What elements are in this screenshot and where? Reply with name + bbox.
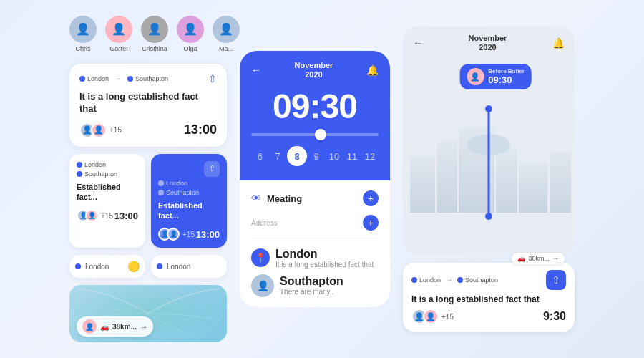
avatar-name: Chris <box>75 45 90 52</box>
card-title-blue: Established fact... <box>158 200 220 221</box>
mbc-title: It is a long established fact that <box>411 294 566 304</box>
avatar-cristhina: 👤 Cristhina <box>141 16 168 52</box>
building-5 <box>519 163 547 213</box>
loc-badge-d: Southapton <box>158 189 220 196</box>
loc-badge-a: London <box>77 161 138 168</box>
address-row: Address + <box>251 215 379 238</box>
avatar-circle: 👤 <box>141 16 168 43</box>
mbc-loc-from-label: London <box>419 276 441 284</box>
arrow-label: → <box>140 323 147 331</box>
loc-text-e: London <box>85 263 109 271</box>
trip-time: 13:00 <box>184 122 217 137</box>
num-6[interactable]: 6 <box>251 151 268 162</box>
card-footer-blue: 👤 👤 +15 13:00 <box>158 228 220 241</box>
year-label: 2020 <box>295 70 333 79</box>
loc-label-c: London <box>166 180 187 187</box>
card-footer-sm: 👤 👤 +15 13:00 <box>77 209 138 222</box>
two-col-cards: London Southapton Established fact... 👤 … <box>69 154 227 248</box>
card-footer: 👤 👤 +15 13:00 <box>79 122 217 138</box>
trip-pill: 👤 🚗 38km... → <box>77 316 153 337</box>
avatar-circle: 👤 <box>177 16 204 43</box>
dest-item-london: 📍 London It is a long established fact t… <box>251 247 379 268</box>
bubble-label: Before Butler <box>488 68 525 74</box>
car-arrow: → <box>552 255 559 262</box>
num-9[interactable]: 9 <box>308 151 325 162</box>
bell-icon[interactable]: 🔔 <box>366 64 379 76</box>
num-12[interactable]: 12 <box>361 151 379 162</box>
car-icon-map: 🚗 <box>517 255 525 262</box>
avatar-name: Cristhina <box>142 45 167 52</box>
num-10[interactable]: 10 <box>326 151 343 162</box>
mbc-icons: London → Southapton <box>411 276 498 284</box>
mbc-loc-dot <box>411 277 417 283</box>
mbc-time: 9:30 <box>543 310 566 323</box>
mbc-action-button[interactable]: ⇧ <box>546 270 566 290</box>
column-3-map: ← November 2020 🔔 👤 <box>403 26 575 332</box>
big-time-display: 09:30 <box>251 87 379 126</box>
slider-thumb[interactable] <box>315 129 326 140</box>
month-label: November <box>295 61 333 70</box>
map-header: ← November 2020 🔔 <box>403 34 575 52</box>
month-year: November 2020 <box>295 61 333 79</box>
time-slider[interactable] <box>251 133 379 136</box>
trip-avatar: 👤 <box>82 319 97 334</box>
share-icon-box[interactable]: ⇧ <box>204 161 220 177</box>
building-1 <box>410 155 435 213</box>
slider-track[interactable] <box>251 133 379 136</box>
num-8-active[interactable]: 8 <box>287 146 307 166</box>
loc-dot-c <box>158 180 164 186</box>
eye-icon: 👁 <box>251 193 261 204</box>
avatar-name: Olga <box>183 45 197 52</box>
building-2 <box>437 141 457 213</box>
bottom-row-cards: London 🟡 London <box>69 255 227 278</box>
icon-top-right: ⇧ <box>158 161 220 177</box>
avatar-circle: 👤 <box>105 16 132 43</box>
num-7[interactable]: 7 <box>269 151 286 162</box>
back-arrow-icon[interactable]: ← <box>251 64 261 76</box>
num-11[interactable]: 11 <box>343 151 361 162</box>
dest-name-southapton: Southapton <box>280 274 343 288</box>
mbc-avatars: 👤 👤 +15 <box>411 309 454 324</box>
car-distance-row: 🚗 38km... → <box>512 253 565 264</box>
mbc-mini-av-2: 👤 <box>423 309 439 324</box>
card-small-right: ⇧ London Southapton Established fact... … <box>151 154 227 248</box>
avatar-circle: 👤 <box>213 16 240 43</box>
mbc-footer: 👤 👤 +15 9:30 <box>411 309 566 324</box>
address-label: Address <box>251 219 278 227</box>
bubble-avatar: 👤 <box>467 68 484 85</box>
add-meeting-button[interactable]: + <box>363 190 379 206</box>
dest-item-southapton: 👤 Southapton There are many.. <box>251 274 379 297</box>
time-bubble: 👤 Before Butler 09:30 <box>459 64 532 90</box>
bubble-content: Before Butler 09:30 <box>488 68 525 85</box>
loc-label-b: Southapton <box>84 170 117 178</box>
location-from: London <box>79 75 109 82</box>
phone-header: ← November 2020 🔔 <box>251 61 379 79</box>
map-month: November <box>469 34 507 43</box>
dest-name-london: London <box>275 247 374 261</box>
number-row: 6 7 8 9 10 11 12 <box>251 146 379 166</box>
phone-blue-section: ← November 2020 🔔 09:30 6 7 8 9 10 11 12 <box>240 51 390 180</box>
map-back-icon[interactable]: ← <box>413 37 423 49</box>
svg-point-0 <box>485 105 492 112</box>
destination-list: 📍 London It is a long established fact t… <box>251 247 379 297</box>
plus-count: +15 <box>109 126 122 134</box>
avatar-name: Ma... <box>219 45 233 52</box>
mbc-header: London → Southapton ⇧ <box>411 270 566 290</box>
mbc-loc-to: Southapton <box>457 276 498 284</box>
phone-white-section: 👁 Meating + Address + 📍 London It is a l… <box>240 180 390 307</box>
avatar-olga: 👤 Olga <box>177 16 204 52</box>
add-address-button[interactable]: + <box>363 215 379 231</box>
map-container: ← November 2020 🔔 👤 <box>403 26 575 256</box>
loc-from-label: London <box>87 75 109 82</box>
map-bell-icon[interactable]: 🔔 <box>552 37 565 49</box>
loc-dot-e <box>75 263 81 269</box>
map-bottom-card: 🚗 38km... → London → Southapton ⇧ It is … <box>403 263 575 332</box>
mbc-plus-count: +15 <box>441 313 454 321</box>
meeting-label: Meating <box>267 193 302 204</box>
time-blue: 13:00 <box>196 229 220 240</box>
avatar-chris: 👤 Chris <box>69 16 97 52</box>
avatar-garret: 👤 Garret <box>105 16 132 52</box>
meeting-left: 👁 Meating <box>251 193 302 204</box>
share-icon: ⇧ <box>208 73 217 84</box>
dest-info-london: London It is a long established fact tha… <box>275 247 374 268</box>
